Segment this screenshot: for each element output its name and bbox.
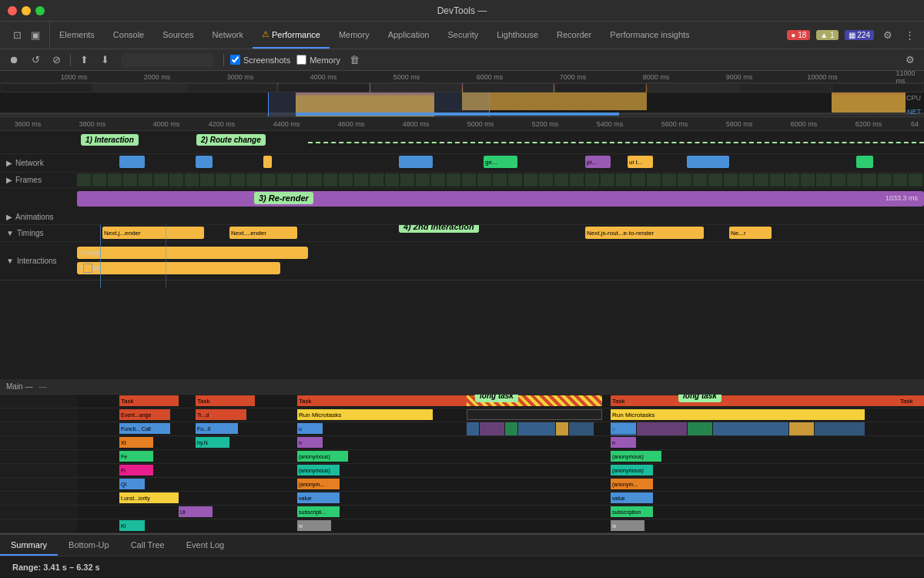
- network-bar[interactable]: ge...: [484, 156, 517, 168]
- flame-block[interactable]: Run Microtasks: [297, 409, 433, 420]
- download-icon[interactable]: ⬇: [98, 52, 112, 67]
- flame-block[interactable]: subscription: [611, 506, 653, 517]
- flame-block[interactable]: Xt: [119, 437, 153, 448]
- long-task-annotation-1: A friggin' long task: [475, 395, 518, 402]
- tab-security[interactable]: Security: [438, 22, 487, 49]
- tab-memory[interactable]: Memory: [330, 22, 379, 49]
- flame-block[interactable]: Functi... Call: [119, 423, 170, 434]
- flame-row-3: Xt hy.N n n: [0, 436, 924, 450]
- secondary-toolbar: ⏺ ↺ ⊘ ⬆ ⬇ Screenshots Memory 🗑 ⚙: [0, 49, 924, 71]
- window-title: DevTools —: [437, 5, 487, 16]
- flame-block[interactable]: (anonymous): [611, 451, 661, 462]
- tab-sources[interactable]: Sources: [153, 22, 203, 49]
- flame-block[interactable]: value: [611, 492, 653, 503]
- network-bar[interactable]: [687, 156, 729, 168]
- tab-event-log[interactable]: Event Log: [176, 535, 236, 556]
- info-badge: ▦ 224: [845, 30, 874, 40]
- flame-block[interactable]: Task: [297, 395, 467, 406]
- flame-block[interactable]: Task: [899, 395, 924, 406]
- warning-badge: ▲ 1: [816, 30, 838, 40]
- flame-block[interactable]: n: [297, 437, 323, 448]
- network-bar[interactable]: [196, 156, 213, 168]
- tab-recorder[interactable]: Recorder: [547, 22, 601, 49]
- timeline-overview[interactable]: 1000 ms 2000 ms 3000 ms 4000 ms 5000 ms …: [0, 71, 924, 117]
- flame-block[interactable]: Ql: [119, 479, 145, 489]
- flame-block[interactable]: Fi: [119, 465, 153, 476]
- flame-block[interactable]: Fu...ll: [196, 423, 238, 434]
- tab-summary[interactable]: Summary: [0, 535, 58, 556]
- network-bar[interactable]: [399, 156, 433, 168]
- tab-call-tree[interactable]: Call Tree: [120, 535, 176, 556]
- flame-block[interactable]: Ui: [179, 506, 213, 517]
- minimize-button[interactable]: [22, 6, 31, 15]
- timing-block[interactable]: Next....ender: [229, 227, 297, 239]
- flame-block[interactable]: Run Microtasks: [611, 409, 865, 420]
- annotation-route-change: 2) Route change: [196, 134, 266, 146]
- screenshots-checkbox[interactable]: [230, 55, 240, 65]
- flame-block[interactable]: Task: [611, 395, 899, 406]
- error-badge: ● 18: [787, 30, 810, 40]
- flame-block[interactable]: Kl: [119, 520, 145, 531]
- tab-application[interactable]: Application: [379, 22, 439, 49]
- timing-block[interactable]: Next.js-rout...e-to-render: [585, 227, 704, 239]
- timing-block[interactable]: Next.j...ender: [102, 227, 204, 239]
- rerender-row: 3) Re-render 1033.3 ms: [0, 188, 924, 210]
- tab-network[interactable]: Network: [203, 22, 253, 49]
- flame-block[interactable]: ie: [297, 520, 331, 531]
- network-bar[interactable]: [119, 156, 145, 168]
- tab-elements[interactable]: Elements: [50, 22, 104, 49]
- flame-block[interactable]: (anonymous): [611, 465, 653, 476]
- refresh-icon[interactable]: ↺: [28, 52, 43, 67]
- settings2-icon[interactable]: ⚙: [902, 52, 918, 67]
- tab-perf-insights[interactable]: Performance insights: [601, 22, 698, 49]
- flame-block[interactable]: subscripti...: [297, 506, 340, 517]
- inspect-icon[interactable]: ⊡: [9, 28, 25, 43]
- timings-section: ▼ Timings Next.j...ender Next....ender 4…: [0, 225, 924, 242]
- flame-block[interactable]: (anonymous): [297, 451, 348, 462]
- flame-block[interactable]: value: [297, 492, 340, 503]
- flame-block[interactable]: Fe: [119, 451, 153, 462]
- timing-block[interactable]: Ne...r: [729, 227, 772, 239]
- device-icon[interactable]: ▣: [28, 28, 43, 43]
- flame-block[interactable]: t.unst...iority: [119, 492, 179, 503]
- trash-icon[interactable]: 🗑: [346, 52, 363, 67]
- clear-icon[interactable]: ⊘: [49, 52, 64, 67]
- animations-track: ▶ Animations: [0, 210, 924, 225]
- flame-block[interactable]: Event...ange: [119, 409, 170, 420]
- memory-checkbox-label[interactable]: Memory: [296, 55, 340, 65]
- flame-block[interactable]: Ti...d: [196, 409, 246, 420]
- flame-row-5: Fi (anonymous) (anonymous): [0, 464, 924, 478]
- flame-block[interactable]: (anonym...: [611, 479, 653, 489]
- flame-block[interactable]: hy.N: [196, 437, 229, 448]
- pointer-interaction[interactable]: Pointer: [77, 247, 308, 259]
- flame-block[interactable]: (anonym...: [297, 479, 340, 489]
- tab-performance[interactable]: ⚠Performance: [253, 22, 330, 49]
- screenshots-checkbox-label[interactable]: Screenshots: [230, 55, 290, 65]
- pointer-interaction-2[interactable]: Pointer: [77, 262, 280, 274]
- memory-checkbox[interactable]: [296, 55, 306, 65]
- upload-icon[interactable]: ⬆: [77, 52, 92, 67]
- settings-icon[interactable]: ⚙: [880, 28, 896, 42]
- network-bar[interactable]: [856, 156, 873, 168]
- network-bar[interactable]: pi...: [585, 156, 611, 168]
- flame-block[interactable]: n: [611, 437, 636, 448]
- flame-row-6: Ql (anonym... (anonym...: [0, 478, 924, 492]
- flame-block[interactable]: u: [297, 423, 323, 434]
- toolbar-right: ● 18 ▲ 1 ▦ 224 ⚙ ⋮: [787, 22, 924, 49]
- flame-chart: Main — — Task Task Task A friggin' long …: [0, 379, 924, 533]
- maximize-button[interactable]: [35, 6, 45, 15]
- close-button[interactable]: [8, 6, 17, 15]
- tab-lighthouse[interactable]: Lighthouse: [487, 22, 547, 49]
- flame-block[interactable]: Task: [119, 395, 179, 406]
- tab-bottom-up[interactable]: Bottom-Up: [58, 535, 120, 556]
- network-bar[interactable]: ui t...: [628, 156, 653, 168]
- flame-block[interactable]: (anonymous): [297, 465, 340, 476]
- annotation-interaction: 1) Interaction: [81, 134, 139, 146]
- more-icon[interactable]: ⋮: [902, 28, 918, 42]
- tab-console[interactable]: Console: [104, 22, 153, 49]
- flame-block[interactable]: ie: [611, 520, 644, 531]
- network-bar[interactable]: [263, 156, 272, 168]
- flame-block[interactable]: Task: [196, 395, 255, 406]
- record-icon[interactable]: ⏺: [6, 52, 22, 67]
- interactions-section: ▼Interactions Pointer Pointer: [0, 242, 924, 281]
